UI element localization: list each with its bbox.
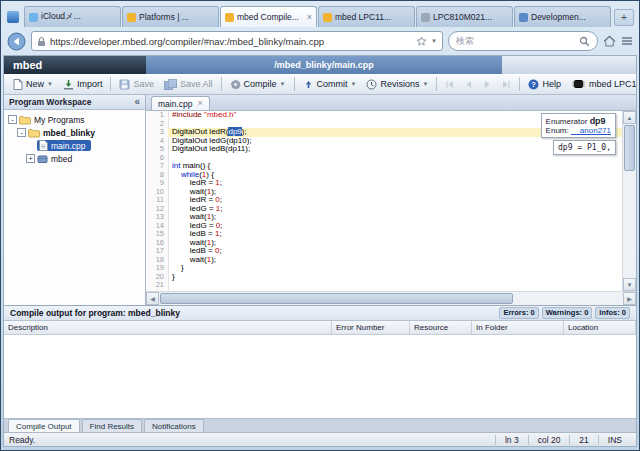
editor-horizontal-scrollbar[interactable]: ◀ ▶	[146, 291, 636, 305]
code-token: ;	[219, 246, 221, 255]
tree-item-main-cpp[interactable]: main.cpp	[4, 139, 145, 152]
tab-favicon	[29, 13, 38, 22]
search-box[interactable]: 検索	[448, 31, 598, 51]
status-badge: Infos: 0	[595, 307, 630, 319]
browser-tab-strip: iCloudメ...Platforms | ...mbed Compile...…	[24, 6, 611, 27]
button-label: Import	[77, 79, 103, 89]
column-header-description[interactable]: Description	[4, 321, 332, 334]
status-column: col 20	[528, 435, 570, 445]
url-dropdown-icon[interactable]: ▼	[431, 38, 437, 44]
tooltip-detail-box: dp9 = P1_0,	[553, 140, 616, 155]
tree-item-mbed-blinky[interactable]: -mbed_blinky	[4, 126, 145, 139]
tree-expander-icon[interactable]: -	[8, 115, 17, 124]
save-icon	[119, 79, 130, 90]
tab-label: iCloudメ...	[41, 11, 116, 23]
browser-navbar: https://developer.mbed.org/compiler/#nav…	[1, 27, 639, 55]
code-line[interactable]: 20}	[146, 273, 622, 282]
column-header-resource[interactable]: Resource	[410, 321, 472, 334]
tab-favicon	[323, 13, 332, 22]
editor-tab-main-cpp[interactable]: main.cpp ×	[151, 96, 210, 110]
column-header-error-number[interactable]: Error Number	[332, 321, 410, 334]
tree-item-mbed-library[interactable]: +mbed	[4, 152, 145, 165]
menu-button[interactable]	[621, 36, 633, 46]
tab-close-icon[interactable]: ×	[307, 13, 312, 22]
tree-expander-icon[interactable]: -	[17, 128, 26, 137]
code-text: }	[168, 273, 622, 282]
search-icon[interactable]	[579, 36, 590, 47]
workspace-title: Program Workspace	[9, 97, 92, 107]
code-text: wait(1);	[168, 239, 622, 248]
output-table-header: DescriptionError NumberResourceIn Folder…	[4, 321, 636, 335]
code-line[interactable]: 15 ledB = 1;	[146, 230, 622, 239]
browser-tab-2[interactable]: Platforms | ...	[122, 6, 219, 27]
tab-compile-output[interactable]: Compile Output	[8, 419, 80, 432]
tree-expander-icon[interactable]: +	[26, 154, 35, 163]
back-button[interactable]	[7, 32, 26, 51]
code-token: #include	[172, 111, 202, 119]
url-bar[interactable]: https://developer.mbed.org/compiler/#nav…	[31, 31, 443, 51]
commit-icon	[303, 79, 314, 90]
mbed-logo[interactable]: mbed	[4, 56, 146, 74]
button-label: Help	[542, 79, 561, 89]
status-segments: ln 3col 2021INS	[495, 435, 631, 445]
file-path-bar: /mbed_blinky/main.cpp	[146, 56, 502, 74]
browser-tab-6[interactable]: Developmen...	[514, 6, 611, 27]
browser-tab-4[interactable]: mbed LPC11...	[318, 6, 415, 27]
editor-vertical-scrollbar[interactable]: ▲ ▼	[622, 111, 636, 291]
code-text: ledR = 0;	[168, 196, 622, 205]
hover-tooltip: Enumerator dp9 Enum: __anon271 dp9 = P1_…	[541, 113, 616, 155]
code-line[interactable]: 7int main() {	[146, 162, 622, 171]
scroll-up-button[interactable]: ▲	[623, 111, 636, 124]
enum-link[interactable]: __anon271	[571, 126, 611, 135]
code-line[interactable]: 9 ledR = 1;	[146, 179, 622, 188]
scroll-down-button[interactable]: ▼	[623, 278, 636, 291]
code-line[interactable]: 19 }	[146, 264, 622, 273]
save-all-icon	[164, 79, 177, 90]
import-icon	[63, 79, 74, 90]
editor-tab-close-icon[interactable]: ×	[198, 99, 203, 108]
tab-find-results[interactable]: Find Results	[82, 419, 142, 432]
code-token: ;	[219, 229, 221, 238]
scroll-left-button[interactable]: ◀	[146, 292, 159, 305]
url-text[interactable]: https://developer.mbed.org/compiler/#nav…	[50, 36, 412, 47]
tooltip-info-box: Enumerator dp9 Enum: __anon271	[541, 113, 616, 138]
main-area: Program Workspace « -My Programs-mbed_bl…	[4, 95, 636, 305]
scrollbar-track[interactable]	[623, 172, 636, 278]
code-line[interactable]: 12 ledG = 1;	[146, 205, 622, 214]
toolbar-buttons: New▼ImportSaveSave AllCompile▼Commit▼Rev…	[8, 77, 566, 92]
toolbar-separator	[294, 77, 295, 91]
tree-item-my-programs[interactable]: -My Programs	[4, 113, 145, 126]
column-header-in-folder[interactable]: In Folder	[472, 321, 564, 334]
line-number: 5	[146, 145, 168, 154]
browser-tab-5[interactable]: LPC810M021...	[416, 6, 513, 27]
device-selector-button[interactable]: mbed LPC1114FN28 ▼	[566, 77, 637, 91]
compile-button[interactable]: Compile▼	[225, 77, 291, 92]
code-line[interactable]: 17 ledB = 0;	[146, 247, 622, 256]
help-button[interactable]: ?Help	[523, 77, 566, 92]
lock-icon	[37, 36, 46, 47]
code-text: }	[168, 264, 622, 273]
button-label: Compile	[244, 79, 277, 89]
v-scrollbar-thumb[interactable]	[624, 125, 635, 171]
import-button[interactable]: Import	[58, 77, 108, 92]
scroll-right-button[interactable]: ▶	[623, 292, 636, 305]
new-button[interactable]: New▼	[8, 77, 58, 92]
code-line[interactable]: 21	[146, 281, 622, 290]
commit-button[interactable]: Commit▼	[298, 77, 362, 92]
tooltip-enum-label: Enum:	[546, 126, 569, 135]
browser-tab-1[interactable]: iCloudメ...	[24, 6, 121, 27]
h-scrollbar-thumb[interactable]	[160, 293, 513, 304]
status-badge: Errors: 0	[499, 307, 538, 319]
new-tab-button[interactable]: +	[614, 9, 634, 26]
home-button[interactable]	[603, 35, 616, 47]
code-line[interactable]: 18 wait(1);	[146, 256, 622, 265]
code-text: ledR = 1;	[168, 179, 622, 188]
collapse-panel-button[interactable]: «	[134, 97, 140, 107]
nav-forward-button	[478, 78, 497, 91]
tab-favicon	[225, 13, 234, 22]
tab-notifications[interactable]: Notifications	[144, 419, 204, 432]
column-header-location[interactable]: Location	[564, 321, 636, 334]
bookmark-star-icon[interactable]	[416, 36, 427, 47]
browser-tab-3[interactable]: mbed Compile...×	[220, 6, 317, 27]
revisions-button[interactable]: Revisions▼	[361, 77, 433, 92]
